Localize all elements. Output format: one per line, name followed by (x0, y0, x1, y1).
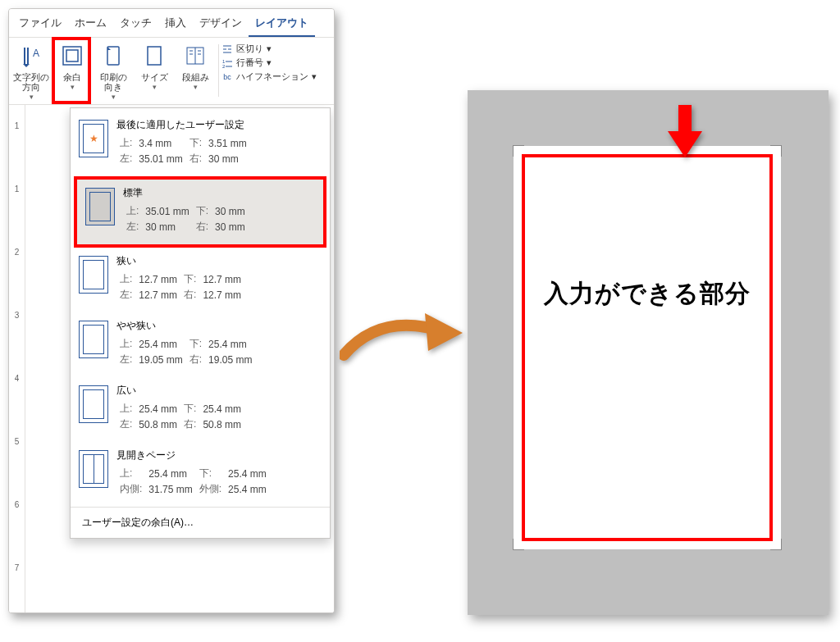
val-left: 50.8 mm (135, 417, 180, 432)
svg-marker-17 (668, 131, 702, 157)
orientation-button[interactable]: 印刷の 向き ▾ (93, 41, 134, 103)
margin-preview-icon (79, 385, 108, 423)
orientation-icon (100, 43, 126, 69)
ruler-tick: 3 (15, 311, 20, 320)
line-numbers-label: 行番号 (236, 57, 263, 69)
ruler-tick: 5 (15, 437, 20, 446)
margins-dropdown: 最後に適用したユーザー設定 上:3.4 mm 下:3.51 mm 左:35.01… (70, 107, 331, 539)
lbl-bottom: 下: (186, 336, 205, 352)
columns-label: 段組み (182, 72, 209, 82)
chevron-down-icon: ▾ (30, 92, 34, 102)
menu-tabs: ファイル ホーム タッチ 挿入 デザイン レイアウト (9, 9, 334, 38)
divider (218, 44, 219, 97)
val-bottom: 25.4 mm (205, 336, 255, 352)
val-right: 30 mm (205, 151, 250, 166)
svg-rect-16 (678, 105, 692, 133)
val-top: 25.4 mm (145, 466, 195, 481)
ruler-tick: 7 (15, 563, 20, 572)
val-bottom: 30 mm (212, 203, 249, 219)
lbl-top: 上: (116, 466, 145, 481)
page-illustration: 入力ができる部分 (468, 90, 829, 615)
val-inner: 31.75 mm (145, 481, 195, 497)
margin-preview-icon (79, 256, 108, 294)
margin-preview-icon (79, 120, 108, 157)
margins-button[interactable]: 余白 ▾ (52, 41, 93, 93)
lbl-left: 左: (123, 219, 142, 234)
chevron-down-icon: ▾ (112, 92, 116, 102)
tab-insert[interactable]: 挿入 (158, 12, 193, 37)
lbl-top: 上: (116, 401, 135, 417)
margin-option-mirrored[interactable]: 見開きページ 上:25.4 mm 下:25.4 mm 内側:31.75 mm 外… (71, 442, 330, 507)
val-left: 35.01 mm (135, 151, 185, 166)
text-direction-icon: A (18, 43, 44, 69)
size-button[interactable]: サイズ ▾ (134, 41, 175, 93)
val-right: 30 mm (212, 219, 249, 234)
lbl-left: 左: (116, 151, 135, 166)
ruler-tick: 1 (15, 184, 20, 194)
breaks-button[interactable]: 区切り ▾ (221, 43, 328, 55)
tab-home[interactable]: ホーム (68, 12, 113, 37)
svg-rect-4 (148, 47, 161, 65)
arrow-down-icon (668, 105, 702, 157)
tab-design[interactable]: デザイン (193, 12, 249, 37)
lbl-top: 上: (116, 271, 135, 287)
ruler-tick: 2 (15, 248, 20, 257)
chevron-down-icon: ▾ (194, 82, 198, 92)
margin-option-last[interactable]: 最後に適用したユーザー設定 上:3.4 mm 下:3.51 mm 左:35.01… (71, 112, 330, 176)
option-title: 見開きページ (116, 448, 322, 462)
line-numbers-button[interactable]: 12 行番号 ▾ (221, 57, 328, 69)
lbl-left: 左: (116, 352, 135, 367)
text-direction-button[interactable]: A 文字列の 方向 ▾ (11, 41, 52, 103)
columns-icon (182, 43, 208, 69)
lbl-top: 上: (123, 203, 142, 219)
val-top: 12.7 mm (135, 271, 180, 287)
chevron-down-icon: ▾ (267, 57, 272, 68)
margin-option-wide[interactable]: 広い 上:25.4 mm 下:25.4 mm 左:50.8 mm 右:50.8 … (71, 377, 330, 442)
margin-option-moderate[interactable]: やや狭い 上:25.4 mm 下:25.4 mm 左:19.05 mm 右:19… (71, 312, 330, 377)
margin-option-normal[interactable]: 標準 上:35.01 mm 下:30 mm 左:30 mm 右:30 mm (77, 180, 323, 244)
svg-text:2: 2 (222, 64, 226, 69)
margin-preview-icon (85, 188, 115, 225)
breaks-label: 区切り (236, 43, 263, 55)
option-title: 標準 (123, 186, 315, 200)
orientation-label: 印刷の 向き (100, 72, 127, 92)
page-setup-small: 区切り ▾ 12 行番号 ▾ bc ハイフネーション ▾ (221, 41, 328, 83)
custom-margins-item[interactable]: ユーザー設定の余白(A)… (71, 507, 330, 538)
val-left: 30 mm (142, 219, 192, 234)
size-icon (141, 43, 167, 69)
tab-touch[interactable]: タッチ (113, 12, 158, 37)
val-top: 3.4 mm (135, 135, 185, 151)
tab-file[interactable]: ファイル (12, 12, 68, 37)
option-title: 最後に適用したユーザー設定 (116, 118, 322, 132)
lbl-bottom: 下: (193, 203, 212, 219)
arrow-right-icon (340, 310, 463, 367)
svg-text:A: A (33, 48, 39, 59)
size-label: サイズ (141, 72, 168, 82)
chevron-down-icon: ▾ (71, 82, 75, 92)
val-bottom: 12.7 mm (199, 271, 244, 287)
breaks-icon (221, 43, 233, 55)
ruler-tick: 1 (15, 121, 20, 130)
lbl-right: 右: (180, 417, 199, 432)
val-right: 12.7 mm (199, 287, 244, 303)
val-right: 19.05 mm (205, 352, 255, 367)
lbl-bottom: 下: (180, 401, 199, 417)
vertical-ruler: 1 1 2 3 4 5 6 7 (9, 105, 25, 612)
margin-option-narrow[interactable]: 狭い 上:12.7 mm 下:12.7 mm 左:12.7 mm 右:12.7 … (71, 248, 330, 312)
val-bottom: 3.51 mm (205, 135, 250, 151)
val-bottom: 25.4 mm (199, 401, 244, 417)
lbl-top: 上: (116, 135, 135, 151)
svg-marker-15 (425, 313, 463, 351)
tab-layout[interactable]: レイアウト (249, 12, 315, 37)
lbl-left: 左: (116, 287, 135, 303)
lbl-bottom: 下: (186, 135, 205, 151)
margin-preview-icon (79, 321, 108, 358)
columns-button[interactable]: 段組み ▾ (175, 41, 216, 93)
val-right: 50.8 mm (199, 417, 244, 432)
chevron-down-icon: ▾ (267, 43, 272, 54)
hyphenation-button[interactable]: bc ハイフネーション ▾ (221, 71, 328, 83)
ribbon: A 文字列の 方向 ▾ 余白 ▾ 印刷の 向き ▾ サイズ ▾ (9, 38, 334, 105)
editable-area-label: 入力ができる部分 (525, 277, 769, 311)
word-window: ファイル ホーム タッチ 挿入 デザイン レイアウト A 文字列の 方向 ▾ 余… (8, 8, 335, 613)
hyphenation-icon: bc (221, 71, 233, 83)
